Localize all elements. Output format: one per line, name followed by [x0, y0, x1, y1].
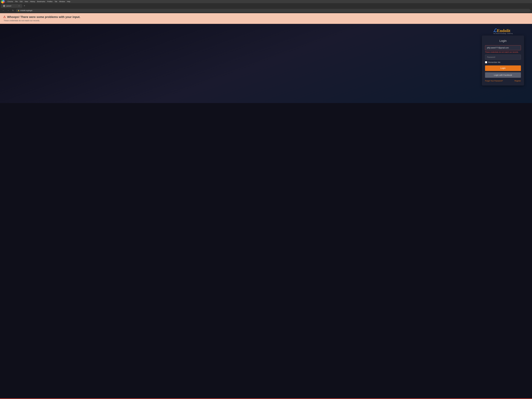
password-form-group: [485, 55, 521, 60]
browser-tab-active[interactable]: Laravel ✕: [1, 4, 22, 8]
tab-title: Laravel: [6, 5, 11, 7]
error-banner-title-text: Whoops! There were some problems with yo…: [7, 15, 80, 19]
error-banner-title: ⚠ Whoops! There were some problems with …: [3, 15, 529, 19]
chrome-logo-icon: E: [1, 0, 5, 3]
login-title: Login: [485, 39, 521, 43]
facebook-login-button[interactable]: Login with Facebook: [485, 72, 521, 78]
logo-name: Endolit: [497, 28, 510, 33]
menu-history[interactable]: History: [30, 1, 35, 2]
forgot-password-link[interactable]: Forgot Your Password?: [485, 80, 503, 82]
menu-file[interactable]: File: [15, 1, 18, 2]
chrome-omnibar: ← → ↻ 🔒 endolit.org/login: [0, 8, 532, 13]
chrome-tabs-bar: Laravel ✕ +: [0, 3, 532, 8]
lock-icon: 🔒: [18, 10, 19, 11]
login-container: ℒ Endolit The Journal of Endology · endo…: [482, 28, 524, 99]
tab-close-button[interactable]: ✕: [18, 5, 20, 7]
page-content: ⚠ Whoops! There were some problems with …: [0, 13, 532, 399]
new-tab-button[interactable]: +: [23, 4, 26, 8]
email-input[interactable]: [485, 45, 521, 50]
remember-me-row: Remember Me: [485, 61, 521, 63]
main-area: ℒ Endolit The Journal of Endology · endo…: [0, 24, 532, 103]
svg-point-2: [3, 5, 5, 6]
logo-tagline: The Journal of Endology · endolit.org: [493, 33, 513, 34]
error-banner-subtitle: These credentials do not match our recor…: [3, 19, 529, 22]
menu-view[interactable]: View: [25, 1, 28, 2]
menu-tab[interactable]: Tab: [55, 1, 57, 2]
menu-edit[interactable]: Edit: [20, 1, 23, 2]
register-link[interactable]: Register: [515, 80, 521, 82]
menu-profiles[interactable]: Profiles: [47, 1, 52, 2]
menu-chrome[interactable]: Chrome: [7, 1, 13, 2]
tab-favicon-icon: [3, 5, 5, 7]
login-button[interactable]: Login: [485, 65, 521, 71]
address-bar[interactable]: 🔒 endolit.org/login: [16, 9, 530, 12]
site-logo: ℒ Endolit: [493, 28, 513, 33]
menu-help[interactable]: Help: [67, 1, 70, 2]
chrome-menubar: E Chrome File Edit View History Bookmark…: [0, 0, 532, 3]
email-form-group: These credentials do not match our recor…: [485, 45, 521, 53]
forward-button[interactable]: →: [6, 9, 10, 12]
remember-me-checkbox[interactable]: [485, 61, 487, 63]
email-field-error: These credentials do not match our recor…: [485, 51, 521, 53]
logo-area: ℒ Endolit The Journal of Endology · endo…: [493, 28, 513, 34]
password-input[interactable]: [485, 55, 521, 60]
error-banner: ⚠ Whoops! There were some problems with …: [0, 13, 532, 24]
back-button[interactable]: ←: [2, 9, 5, 12]
bottom-status-bar: [0, 399, 532, 399]
warning-icon: ⚠: [3, 15, 6, 19]
menu-window[interactable]: Window: [59, 1, 65, 2]
logo-e-icon: ℒ: [493, 28, 497, 33]
login-card: Login These credentials do not match our…: [482, 36, 524, 86]
refresh-button[interactable]: ↻: [11, 9, 15, 12]
svg-text:E: E: [2, 1, 3, 2]
browser-frame: E Chrome File Edit View History Bookmark…: [0, 0, 532, 13]
menu-bookmarks[interactable]: Bookmarks: [37, 1, 45, 2]
remember-me-label[interactable]: Remember Me: [488, 61, 500, 63]
bottom-links: Forgot Your Password? Register: [485, 80, 521, 82]
address-text: endolit.org/login: [20, 10, 32, 12]
